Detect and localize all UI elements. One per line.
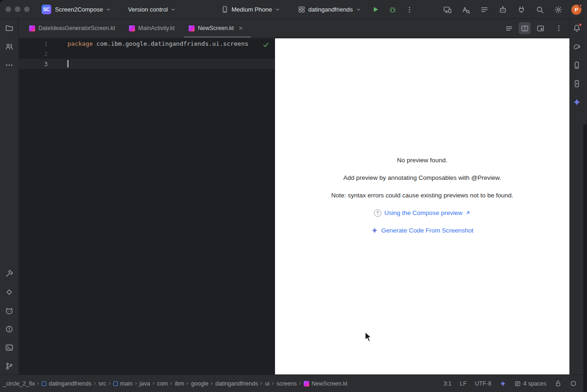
compose-preview-help-row: ? Using the Compose preview (275, 208, 569, 217)
version-control-label: Version control (128, 6, 168, 13)
ai-assistant-icon[interactable] (497, 4, 508, 15)
build-variants-icon[interactable] (4, 287, 15, 298)
notification-dot (579, 23, 582, 26)
chevron-right-icon (151, 381, 156, 386)
gradle-icon[interactable] (571, 41, 582, 52)
titlebar: SC Screen2Compose Version control Medium… (0, 0, 583, 19)
editor-line[interactable]: 2 (19, 49, 275, 59)
left-tool-strip (0, 19, 18, 374)
people-icon[interactable] (4, 41, 15, 52)
tab-label: MainActivity.kt (138, 25, 175, 31)
chevron-right-icon (107, 381, 112, 386)
line-number[interactable]: 2 (19, 50, 48, 57)
run-configuration-selector[interactable]: datingandfriends (298, 0, 361, 19)
editor-line[interactable]: 1 package com.ibm.google.datingandfriend… (19, 38, 275, 49)
tab-label: NewScreen.kt (198, 25, 234, 31)
tab-newscreen[interactable]: NewScreen.kt (184, 19, 251, 37)
no-preview-message: No preview found. (275, 156, 569, 165)
kotlin-file-icon (304, 381, 309, 386)
tab-mainactivity[interactable]: MainActivity.kt (124, 19, 181, 37)
device-selector[interactable]: Medium Phone (221, 0, 281, 19)
editor-options-icon[interactable] (553, 22, 565, 34)
breadcrumb-item[interactable]: datingandfriends (41, 380, 92, 387)
project-selector[interactable]: Screen2Compose (55, 6, 111, 13)
line-number[interactable]: 1 (19, 40, 48, 47)
split-view-icon[interactable] (519, 22, 531, 34)
editor-view-modes (503, 19, 569, 37)
code-view-icon[interactable] (503, 22, 515, 34)
unlocked-icon[interactable] (555, 380, 562, 387)
list-icon[interactable] (479, 4, 490, 15)
package-path: com.ibm.google.datingandfriends.ui.scree… (93, 40, 249, 47)
version-control-menu[interactable]: Version control (128, 6, 176, 13)
close-tab-icon[interactable] (237, 24, 245, 32)
ai-status-icon[interactable] (500, 380, 506, 387)
breadcrumb-item[interactable]: java (139, 380, 151, 387)
encoding-widget[interactable]: UTF-8 (475, 380, 491, 387)
inspections-ok-icon[interactable] (262, 41, 269, 49)
line-separator-widget[interactable]: LF (460, 380, 467, 387)
indicator-circle-icon[interactable] (570, 380, 577, 387)
debug-button[interactable] (387, 4, 398, 15)
close-button[interactable] (6, 6, 11, 12)
syntax-error-note: Note: syntax errors could cause existing… (275, 191, 569, 200)
plugin-icon[interactable] (516, 4, 527, 15)
indent-widget[interactable]: 4 spaces (514, 380, 546, 387)
breadcrumb-item[interactable]: ui (264, 380, 270, 387)
code-editor[interactable]: 1 package com.ibm.google.datingandfriend… (19, 38, 275, 374)
code-line-1: package com.ibm.google.datingandfriends.… (67, 40, 248, 47)
keyword: package (67, 40, 93, 47)
kotlin-file-icon (189, 25, 195, 31)
problems-icon[interactable] (4, 324, 15, 335)
tab-dateideasgeneratorscreen[interactable]: DateIdeasGeneratorScreen.kt (24, 19, 122, 37)
gemini-icon[interactable] (571, 97, 582, 108)
notification-dot (579, 4, 582, 7)
profile-avatar[interactable]: P (571, 5, 581, 15)
settings-icon[interactable] (553, 4, 564, 15)
sparkle-icon (371, 227, 378, 234)
run-actions (370, 0, 415, 19)
compose-preview-help-link[interactable]: Using the Compose preview (385, 209, 463, 216)
generate-code-link[interactable]: Generate Code From Screenshot (381, 227, 474, 234)
breadcrumb-item[interactable]: screens (275, 380, 298, 387)
editor-line-current[interactable]: 3 (19, 59, 275, 69)
running-devices-icon[interactable] (442, 4, 453, 15)
search-icon[interactable] (534, 4, 545, 15)
breadcrumb-item[interactable]: _circle_2_fix (2, 380, 36, 387)
run-configuration-label: datingandfriends (308, 6, 353, 13)
breadcrumb-item[interactable]: google (190, 380, 209, 387)
zoom-button[interactable] (24, 6, 30, 12)
minimize-button[interactable] (15, 6, 20, 12)
breadcrumb-item[interactable]: datingandfriends (214, 380, 259, 387)
device-manager-icon[interactable] (571, 60, 582, 71)
running-devices-tool-icon[interactable] (571, 78, 582, 89)
design-view-icon[interactable] (534, 22, 546, 34)
terminal-icon[interactable] (4, 342, 15, 353)
chevron-right-icon (169, 381, 174, 386)
chevron-down-icon (170, 6, 176, 12)
breadcrumb-item[interactable]: src (98, 380, 107, 387)
chevron-right-icon (209, 381, 214, 386)
text-caret (67, 60, 68, 67)
version-control-icon[interactable] (4, 361, 15, 372)
project-tool-icon[interactable] (4, 23, 15, 34)
breadcrumb-item-file[interactable]: NewScreen.kt (303, 380, 349, 387)
build-icon[interactable] (4, 268, 15, 279)
left-strip-bottom (4, 268, 15, 372)
breadcrumb-item[interactable]: ibm (174, 380, 185, 387)
breadcrumb-item[interactable]: main (112, 380, 134, 387)
status-bar: _circle_2_fix datingandfriends src main … (0, 374, 583, 392)
line-number[interactable]: 3 (19, 61, 48, 67)
avatar-initial: P (575, 7, 578, 12)
chevron-right-icon (259, 381, 264, 386)
logcat-icon[interactable] (4, 305, 15, 316)
run-button[interactable] (370, 4, 381, 15)
more-tool-windows-icon[interactable] (4, 60, 15, 71)
find-action-icon[interactable] (460, 4, 471, 15)
chevron-right-icon (36, 381, 41, 386)
external-link-icon (465, 210, 471, 215)
notifications-icon[interactable] (571, 23, 582, 34)
caret-position-widget[interactable]: 3:1 (444, 380, 452, 387)
breadcrumb-item[interactable]: com (156, 380, 169, 387)
more-run-options-button[interactable] (404, 4, 415, 15)
